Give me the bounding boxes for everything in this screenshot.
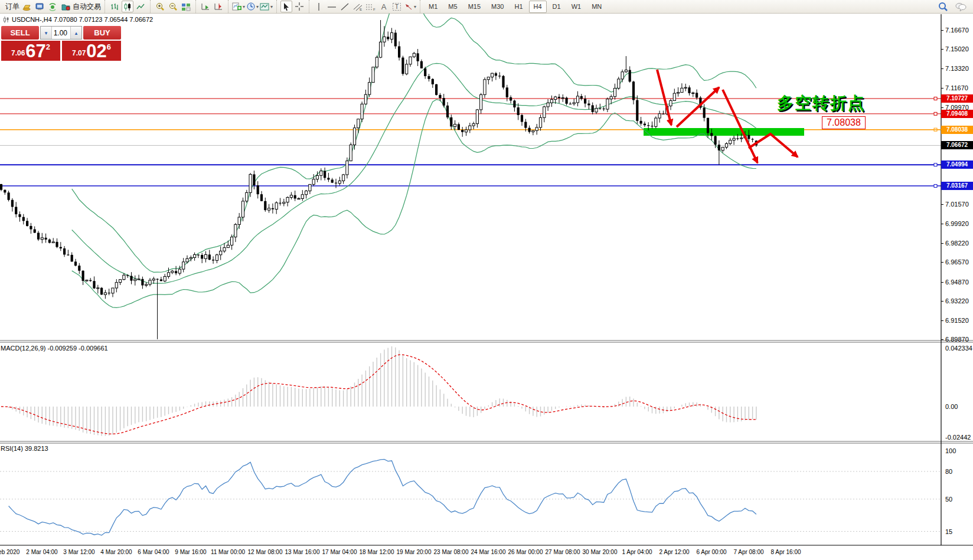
chart-shift-button[interactable] <box>213 1 224 12</box>
macd-axis-tick: 0.042334 <box>945 345 972 352</box>
price-tick-dash <box>941 339 943 340</box>
rsi-indicator-label: RSI(14) 39.8213 <box>1 445 48 452</box>
arrows-tool[interactable]: ▾ <box>404 1 416 12</box>
sell-price-tile[interactable]: 7.06 67 2 <box>1 41 60 61</box>
timeframe-button-m5[interactable]: M5 <box>443 1 462 13</box>
new-order-button[interactable]: 订单 <box>5 2 19 12</box>
time-axis-label: 7 Apr 08:00 <box>733 549 763 555</box>
price-tick-dash <box>941 204 943 205</box>
macd-axis-tick: 0.00 <box>945 403 958 410</box>
time-axis-label: 8 Apr 16:00 <box>770 549 801 555</box>
auto-scroll-button[interactable] <box>200 1 211 12</box>
zoom-out-button[interactable] <box>167 1 179 12</box>
rsi-axis-tick: 100 <box>945 447 956 454</box>
timeframe-button-d1[interactable]: D1 <box>548 1 566 13</box>
volume-input[interactable]: 1.00 <box>52 27 70 39</box>
price-tick-dash <box>941 243 943 244</box>
price-axis-tick: 6.89870 <box>945 336 969 343</box>
price-tick-dash <box>941 301 943 302</box>
fibonacci-tool[interactable]: F <box>365 1 377 12</box>
time-axis-label: 2 Apr 12:00 <box>659 549 689 555</box>
price-tick-dash <box>941 282 943 283</box>
chart-canvas[interactable] <box>0 0 973 560</box>
price-badge: 7.10727 <box>941 94 973 103</box>
time-axis-label: 6 Mar 04:00 <box>138 549 169 555</box>
sell-price-big: 67 <box>25 42 45 60</box>
search-icon[interactable] <box>937 1 949 12</box>
sell-button[interactable]: SELL <box>1 26 39 40</box>
buy-button[interactable]: BUY <box>83 26 121 40</box>
price-axis-tick: 6.96570 <box>945 258 969 266</box>
gold-ingot-icon[interactable] <box>21 1 32 12</box>
price-tick-dash <box>941 30 943 31</box>
vertical-line-tool[interactable] <box>313 1 325 12</box>
time-axis-label: 3 Mar 12:00 <box>63 549 94 555</box>
time-axis-label: 12 Mar 08:00 <box>248 549 283 555</box>
time-axis-label: 4 Mar 20:00 <box>100 549 132 555</box>
text-tool[interactable]: A <box>378 1 390 12</box>
price-badge: 7.06672 <box>941 141 973 149</box>
templates-button[interactable]: ▾ <box>260 1 273 12</box>
bar-chart-button[interactable] <box>109 1 120 12</box>
timeframe-button-mn[interactable]: MN <box>587 1 606 13</box>
indicators-button[interactable]: ▾ <box>232 1 245 12</box>
metaeditor-icon[interactable] <box>34 1 45 12</box>
price-axis-tick: 6.91520 <box>945 317 969 324</box>
time-axis-label: 26 Mar 00:00 <box>508 549 543 555</box>
price-tick-dash <box>941 68 943 69</box>
chat-icon[interactable] <box>955 1 967 12</box>
candlestick-chart-button[interactable] <box>122 1 133 12</box>
horizontal-line-tool[interactable] <box>326 1 338 12</box>
rsi-axis-tick: 50 <box>945 496 952 503</box>
line-chart-button[interactable] <box>135 1 146 12</box>
buy-price-big: 02 <box>86 42 106 60</box>
buy-price-tile[interactable]: 7.07 02 6 <box>62 41 121 61</box>
time-axis-label: 13 Mar 16:00 <box>285 549 320 555</box>
autotrading-label[interactable]: 自动交易 <box>73 2 101 12</box>
trendline-tool[interactable] <box>339 1 351 12</box>
autotrading-icon[interactable] <box>60 1 71 12</box>
price-badge: 7.04994 <box>941 161 973 169</box>
price-axis-tick: 7.15020 <box>945 45 969 53</box>
timeframe-group: M1M5M15M30H1H4D1W1MN <box>420 0 610 13</box>
time-axis-label: 19 Mar 20:00 <box>397 549 432 555</box>
tile-windows-button[interactable] <box>180 1 192 12</box>
time-axis-label: 18 Mar 12:00 <box>360 549 394 555</box>
zoom-in-button[interactable] <box>154 1 166 12</box>
time-axis-label: 2 Mar 04:00 <box>26 549 57 555</box>
signals-icon[interactable] <box>47 1 58 12</box>
volume-decrease-button[interactable]: ▾ <box>41 27 52 39</box>
time-axis-label: 27 Mar 08:00 <box>546 549 580 555</box>
price-axis-tick: 6.93220 <box>945 297 969 304</box>
macd-axis-tick: -0.02442 <box>945 434 971 441</box>
timeframe-button-w1[interactable]: W1 <box>567 1 586 13</box>
time-axis-label: 17 Mar 04:00 <box>322 549 357 555</box>
symbol-info-bar: USDCNH-,H4 7.07080 7.07123 7.06544 7.066… <box>3 16 153 23</box>
cursor-tool-button[interactable] <box>280 1 292 12</box>
price-axis-tick: 7.16670 <box>945 27 969 34</box>
timeframe-button-m1[interactable]: M1 <box>424 1 442 13</box>
price-axis-tick: 7.01570 <box>945 201 969 208</box>
timeframe-button-m30[interactable]: M30 <box>487 1 508 13</box>
volume-increase-button[interactable]: ▴ <box>70 27 81 39</box>
text-label-tool[interactable]: T <box>391 1 403 12</box>
periods-button[interactable]: ▾ <box>246 1 259 12</box>
price-badge: 7.09408 <box>941 110 973 118</box>
timeframe-button-h1[interactable]: H1 <box>510 1 527 13</box>
timeframe-button-h4[interactable]: H4 <box>529 1 547 13</box>
sell-price-pip: 2 <box>46 42 50 51</box>
price-tick-dash <box>941 88 943 89</box>
time-axis-label: 1 Apr 04:00 <box>622 549 652 555</box>
price-badge: 7.08038 <box>941 126 973 134</box>
timeframe-button-m15[interactable]: M15 <box>463 1 485 13</box>
price-tick-dash <box>941 320 943 321</box>
price-axis-tick: 6.99920 <box>945 220 969 227</box>
time-axis-label: 30 Mar 20:00 <box>583 549 618 555</box>
price-axis-tick: 7.11670 <box>945 84 968 91</box>
support-price-label: 7.08038 <box>822 116 866 129</box>
toolbar: 订单 自动交易 ▾ ▾ ▾ E F A T ▾ M1M5M15M30H1H4 <box>0 0 973 14</box>
crosshair-tool-button[interactable] <box>293 1 305 12</box>
equidistant-channel-tool[interactable]: E <box>352 1 364 12</box>
time-axis-label: 23 Mar 08:00 <box>434 549 469 555</box>
price-tick-dash <box>941 262 943 263</box>
